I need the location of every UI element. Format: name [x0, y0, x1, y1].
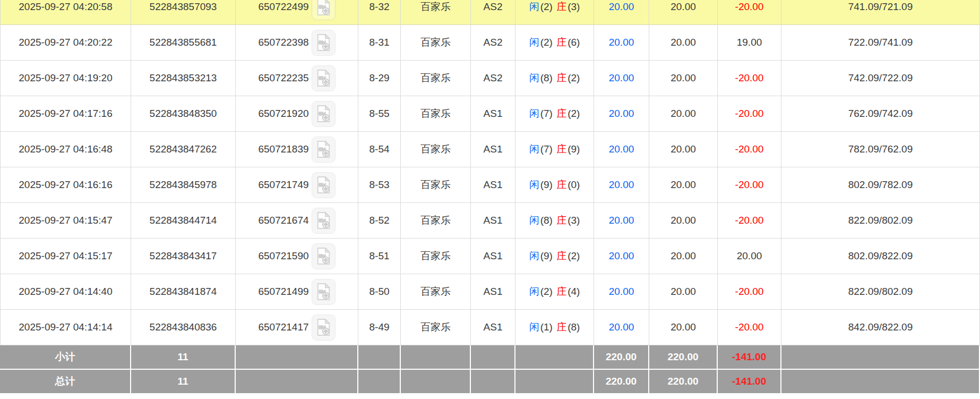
table-row[interactable]: 2025-09-27 04:20:58 522843857093 6507224… [0, 0, 980, 25]
win-loss-amount: 20.00 [718, 239, 781, 274]
game-number-cell: 650721590 [236, 239, 358, 274]
table-round: 8-31 [358, 25, 401, 61]
win-loss-amount: -20.00 [718, 310, 781, 345]
game-result: 闲(7) 庄(9) [515, 132, 594, 167]
video-replay-button[interactable] [312, 172, 336, 198]
game-number: 650721920 [258, 108, 308, 120]
table-id: AS1 [471, 274, 515, 310]
bet-amount: 20.00 [594, 203, 649, 239]
table-row[interactable]: 2025-09-27 04:14:40 522843841874 6507214… [0, 274, 980, 310]
balance-after-before: 802.09/822.09 [781, 239, 980, 274]
player-result-label: 闲 [529, 37, 540, 48]
game-number-cell: 650721920 [236, 96, 358, 132]
bill-number: 522843844714 [131, 203, 236, 239]
summary-count: 11 [131, 370, 236, 394]
summary-count: 11 [131, 345, 236, 370]
game-number: 650721674 [258, 215, 308, 226]
game-number: 650721499 [258, 286, 308, 298]
bill-number: 522843855681 [131, 25, 236, 61]
game-result: 闲(9) 庄(0) [515, 167, 594, 203]
table-row[interactable]: 2025-09-27 04:17:16 522843848350 6507219… [0, 96, 980, 132]
game-number: 650721590 [258, 250, 308, 262]
valid-amount: 20.00 [649, 0, 718, 25]
valid-amount: 20.00 [649, 310, 718, 345]
video-replay-button[interactable] [312, 137, 336, 163]
game-type: 百家乐 [401, 96, 471, 132]
video-replay-button[interactable] [312, 65, 336, 91]
banker-score: (4) [567, 286, 580, 297]
banker-score: (6) [567, 37, 580, 48]
bet-amount: 20.00 [594, 25, 649, 61]
bet-time: 2025-09-27 04:16:48 [0, 132, 131, 167]
banker-score: (2) [567, 250, 580, 261]
table-row[interactable]: 2025-09-27 04:20:22 522843855681 6507223… [0, 25, 980, 61]
game-number-cell: 650721749 [236, 167, 358, 203]
player-result-label: 闲 [529, 72, 540, 83]
video-file-icon [315, 247, 331, 265]
bet-time: 2025-09-27 04:20:58 [0, 0, 131, 25]
video-replay-button[interactable] [312, 0, 336, 20]
win-loss-amount: -20.00 [718, 167, 781, 203]
bill-number: 522843857093 [131, 0, 236, 25]
bet-time: 2025-09-27 04:16:16 [0, 167, 131, 203]
player-score: (7) [540, 108, 553, 119]
table-row[interactable]: 2025-09-27 04:19:20 522843853213 6507222… [0, 61, 980, 96]
video-replay-button[interactable] [312, 279, 336, 305]
table-id: AS1 [471, 203, 515, 239]
banker-score: (2) [567, 72, 580, 83]
game-type: 百家乐 [401, 132, 471, 167]
table-row[interactable]: 2025-09-27 04:15:47 522843844714 6507216… [0, 203, 980, 239]
banker-result-label: 庄 [556, 286, 567, 297]
summary-empty-cell [781, 370, 980, 394]
video-replay-button[interactable] [312, 315, 336, 341]
bill-number: 522843845978 [131, 167, 236, 203]
valid-amount: 20.00 [649, 25, 718, 61]
video-replay-button[interactable] [312, 101, 336, 127]
summary-win-loss-total: -141.00 [718, 370, 781, 394]
valid-amount: 20.00 [649, 132, 718, 167]
bet-time: 2025-09-27 04:14:40 [0, 274, 131, 310]
summary-bet-total: 220.00 [594, 370, 649, 394]
game-type: 百家乐 [401, 203, 471, 239]
game-number-cell: 650721839 [236, 132, 358, 167]
game-number: 650721749 [258, 179, 308, 191]
banker-result-label: 庄 [556, 179, 567, 190]
table-row[interactable]: 2025-09-27 04:14:14 522843840836 6507214… [0, 310, 980, 345]
bet-records-table: 2025-09-27 04:20:58 522843857093 6507224… [0, 0, 980, 394]
bet-amount: 20.00 [594, 167, 649, 203]
table-round: 8-55 [358, 96, 401, 132]
table-round: 8-54 [358, 132, 401, 167]
valid-amount: 20.00 [649, 203, 718, 239]
table-row[interactable]: 2025-09-27 04:16:16 522843845978 6507217… [0, 167, 980, 203]
video-file-icon [315, 105, 331, 123]
table-row[interactable]: 2025-09-27 04:15:17 522843843417 6507215… [0, 239, 980, 274]
table-row[interactable]: 2025-09-27 04:16:48 522843847262 6507218… [0, 132, 980, 167]
summary-row: 总计 11 220.00 220.00 -141.00 [0, 370, 980, 394]
bet-amount: 20.00 [594, 0, 649, 25]
player-result-label: 闲 [529, 286, 540, 297]
summary-empty-cell [401, 370, 471, 394]
bet-amount: 20.00 [594, 239, 649, 274]
game-number: 650722235 [258, 72, 308, 84]
balance-after-before: 762.09/742.09 [781, 96, 980, 132]
game-result: 闲(1) 庄(8) [515, 310, 594, 345]
table-id: AS1 [471, 96, 515, 132]
summary-valid-total: 220.00 [649, 345, 718, 370]
game-number-cell: 650722235 [236, 61, 358, 96]
game-result: 闲(2) 庄(3) [515, 0, 594, 25]
game-number: 650721839 [258, 143, 308, 155]
banker-score: (3) [567, 215, 580, 226]
bet-amount: 20.00 [594, 96, 649, 132]
video-replay-button[interactable] [312, 208, 336, 234]
video-file-icon [315, 283, 331, 301]
video-replay-button[interactable] [312, 243, 336, 269]
game-result: 闲(2) 庄(6) [515, 25, 594, 61]
game-number-cell: 650722398 [236, 25, 358, 61]
balance-after-before: 782.09/762.09 [781, 132, 980, 167]
video-file-icon [315, 211, 331, 230]
game-type: 百家乐 [401, 167, 471, 203]
video-replay-button[interactable] [312, 30, 336, 56]
valid-amount: 20.00 [649, 167, 718, 203]
table-round: 8-29 [358, 61, 401, 96]
summary-label: 小计 [0, 345, 131, 370]
